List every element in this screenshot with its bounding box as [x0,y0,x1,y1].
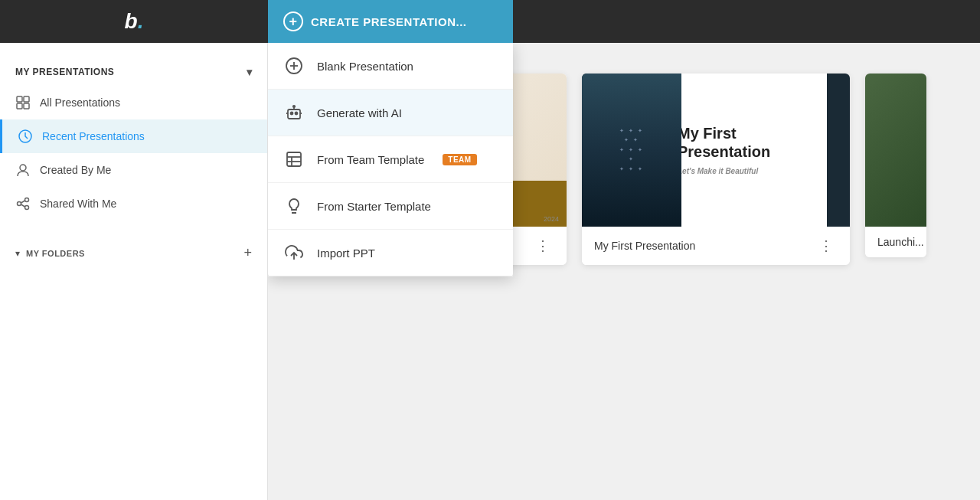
sidebar: MY PRESENTATIONS ▾ All Presentations [0,43,268,500]
upload-icon [283,242,305,263]
generate-ai-label: Generate with AI [317,106,402,119]
card-2[interactable]: ✦ ✦ ✦✦ ✦✦ ✦ ✦✦✦ ✦ ✦ My FirstPresentation… [582,74,850,265]
svg-point-5 [20,165,26,171]
chevron-down-icon[interactable]: ▾ [247,66,253,78]
header-right [513,0,980,43]
svg-point-6 [25,198,29,202]
logo: b. [125,9,144,34]
svg-point-7 [18,202,21,206]
dropdown-starter-template[interactable]: From Starter Template [268,183,513,230]
starter-template-label: From Starter Template [317,200,431,213]
svg-point-16 [296,113,298,115]
sidebar-folders[interactable]: ▾ MY FOLDERS + [0,236,267,270]
card-2-subtitle: Let's Make it Beautiful [678,167,758,176]
card-2-heading: My FirstPresentation [678,124,770,161]
create-button-label: CREATE PRESENTATION... [311,15,467,28]
card-3-title: Launchi... [877,236,924,248]
sidebar-item-recent[interactable]: Recent Presentations [0,119,267,153]
plus-circle-icon [283,55,305,77]
sidebar-created-label: Created By Me [40,164,111,176]
card-3-footer: Launchi... [865,227,926,257]
svg-rect-0 [17,96,22,102]
svg-rect-14 [288,109,300,119]
card-2-thumbnail: ✦ ✦ ✦✦ ✦✦ ✦ ✦✦✦ ✦ ✦ My FirstPresentation… [582,74,850,227]
sidebar-item-all[interactable]: All Presentations [0,86,267,119]
svg-point-15 [291,113,293,115]
layout-icon [283,149,305,170]
sidebar-section-title: MY PRESENTATIONS ▾ [0,58,267,86]
card-2-dark-panel: ✦ ✦ ✦✦ ✦✦ ✦ ✦✦✦ ✦ ✦ [582,74,681,227]
share-icon [15,196,31,211]
svg-rect-2 [17,103,22,109]
create-plus-icon: + [283,11,303,31]
team-badge: TEAM [443,154,476,165]
svg-rect-3 [24,103,29,109]
sidebar-recent-label: Recent Presentations [42,130,145,142]
import-ppt-label: Import PPT [317,247,375,260]
blank-presentation-label: Blank Presentation [317,60,413,73]
create-presentation-button[interactable]: + CREATE PRESENTATION... [268,0,513,43]
sidebar-all-label: All Presentations [40,96,120,109]
card-2-text-panel: My FirstPresentation Let's Make it Beaut… [666,74,827,227]
my-presentations-label: MY PRESENTATIONS [15,67,114,77]
svg-point-8 [25,206,29,210]
create-dropdown-menu: Blank Presentation Generate with AI [268,43,513,276]
card-2-footer: My First Presentation ⋮ [582,227,850,265]
team-template-label: From Team Template [317,153,424,166]
sidebar-item-created[interactable]: Created By Me [0,153,267,187]
card-3-thumbnail [865,74,926,227]
svg-rect-1 [24,96,29,102]
logo-area: b. [0,9,268,34]
svg-point-18 [293,106,295,107]
svg-line-10 [21,204,25,207]
person-icon [15,162,31,178]
robot-icon [283,102,305,123]
svg-rect-21 [287,152,301,166]
add-folder-button[interactable]: + [243,245,252,261]
lightbulb-icon [283,195,305,217]
dropdown-generate-ai[interactable]: Generate with AI [268,90,513,136]
folders-label: MY FOLDERS [26,249,243,258]
content-area: 비건 프로틴음료 s to our line of plant-ed to ca… [268,43,980,500]
clock-icon [18,129,33,144]
dropdown-blank-presentation[interactable]: Blank Presentation [268,43,513,90]
sidebar-item-shared[interactable]: Shared With Me [0,187,267,221]
dropdown-team-template[interactable]: From Team Template TEAM [268,136,513,183]
sidebar-shared-label: Shared With Me [40,198,116,210]
header: b. + CREATE PRESENTATION... [0,0,980,43]
card-1-more-button[interactable]: ⋮ [531,236,554,256]
card-3[interactable]: Launchi... [865,74,926,257]
card-2-more-button[interactable]: ⋮ [815,236,838,256]
svg-line-9 [21,201,25,203]
main-layout: MY PRESENTATIONS ▾ All Presentations [0,43,980,500]
dropdown-import-ppt[interactable]: Import PPT [268,230,513,276]
grid-icon [15,95,31,110]
folder-arrow-icon: ▾ [15,248,20,259]
card-2-title: My First Presentation [594,240,695,252]
